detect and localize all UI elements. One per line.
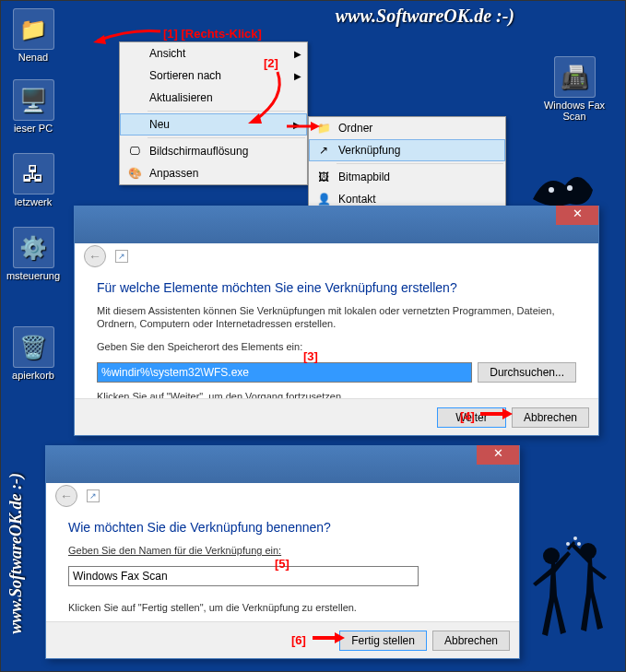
titlebar[interactable]: ✕ ← ↗ Verknüpfung erstellen <box>46 446 519 483</box>
menu-separator <box>337 163 503 164</box>
svg-marker-3 <box>248 113 262 124</box>
back-button[interactable]: ← <box>55 485 77 507</box>
folder-icon: 📁 <box>13 8 54 50</box>
dialog-footer: Fertig stellen Abbrechen <box>46 621 519 658</box>
desktop-icon-fax[interactable]: 📠 Windows Fax Scan <box>542 56 607 122</box>
create-shortcut-wizard-step1: ✕ ← ↗ Verknüpfung erstellen Für welche E… <box>74 206 599 436</box>
contact-icon: 👤 <box>314 192 333 206</box>
desktop-icon-recycle[interactable]: 🗑️ apierkorb <box>1 326 65 381</box>
name-input[interactable] <box>68 566 419 586</box>
computer-icon: 🖥️ <box>13 79 54 121</box>
icon-label: ieser PC <box>14 123 53 134</box>
menu-label: Bitmapbild <box>338 171 390 183</box>
submenu-item-shortcut[interactable]: ↗ Verknüpfung <box>309 139 505 161</box>
watermark-top: www.SoftwareOK.de :-) <box>336 6 514 27</box>
monitor-icon: 🖵 <box>125 144 144 159</box>
submenu-item-folder[interactable]: 📁 Ordner <box>309 117 505 139</box>
dialog-body: Für welche Elemente möchten Sie eine Ver… <box>75 273 598 398</box>
icon-label: Nenad <box>18 52 48 63</box>
new-submenu: 📁 Ordner ↗ Verknüpfung 🖼 Bitmapbild 👤 Ko… <box>308 116 506 211</box>
cancel-button[interactable]: Abbrechen <box>512 407 589 428</box>
annotation-1: [1] [Rechts-Klick] <box>163 27 262 41</box>
control-panel-icon: ⚙️ <box>13 227 54 268</box>
menu-item-resolution[interactable]: 🖵 Bildschirmauflösung <box>120 140 307 162</box>
menu-item-view[interactable]: Ansicht ▶ <box>120 42 307 65</box>
icon-label: letzwerk <box>15 196 52 207</box>
menu-separator <box>148 137 305 138</box>
blank-icon <box>125 90 144 105</box>
menu-label: Aktualisieren <box>149 91 213 104</box>
back-button[interactable]: ← <box>84 245 106 267</box>
blank-icon <box>125 117 144 132</box>
blank-icon <box>125 46 144 61</box>
chevron-right-icon: ▶ <box>294 49 301 59</box>
arrow-1 <box>93 29 160 45</box>
svg-marker-9 <box>335 632 345 643</box>
dialog-footer: Weiter Abbrechen <box>75 398 598 435</box>
desktop-icon-nenad[interactable]: 📁 Nenad <box>1 8 65 63</box>
finish-button[interactable]: Fertig stellen <box>339 631 427 651</box>
svg-point-15 <box>577 542 581 546</box>
svg-marker-5 <box>311 122 320 131</box>
dialog-heading: Für welche Elemente möchten Sie eine Ver… <box>97 280 576 295</box>
menu-item-personalize[interactable]: 🎨 Anpassen <box>120 162 307 184</box>
browse-button[interactable]: Durchsuchen... <box>478 362 576 383</box>
bitmap-icon: 🖼 <box>314 170 333 184</box>
icon-label: Windows Fax Scan <box>544 100 605 122</box>
shortcut-wizard-icon: ↗ <box>115 250 128 263</box>
svg-marker-7 <box>502 408 513 419</box>
svg-marker-2 <box>93 35 106 44</box>
network-icon: 🖧 <box>13 153 54 195</box>
titlebar[interactable]: ✕ ← ↗ Verknüpfung erstellen <box>75 206 598 243</box>
dialog-title: Verknüpfung erstellen <box>109 489 216 502</box>
shortcut-wizard-icon: ↗ <box>87 489 100 502</box>
menu-label: Kontakt <box>338 193 376 206</box>
menu-label: Anpassen <box>149 167 198 180</box>
menu-label: Bildschirmauflösung <box>149 145 248 158</box>
menu-label: Neu <box>149 118 170 131</box>
desktop-icon-control[interactable]: ⚙️ msteuerung <box>1 227 65 281</box>
arrow-2b <box>287 121 320 132</box>
recycle-bin-icon: 🗑️ <box>13 326 54 368</box>
menu-label: Ansicht <box>149 47 185 60</box>
blank-icon <box>125 68 144 83</box>
svg-point-10 <box>543 548 560 564</box>
create-shortcut-wizard-step2: ✕ ← ↗ Verknüpfung erstellen Wie möchten … <box>45 445 520 659</box>
fax-icon: 📠 <box>554 56 596 98</box>
annotation-2: [2] <box>264 56 278 70</box>
svg-point-0 <box>549 187 554 193</box>
icon-label: msteuerung <box>6 270 60 281</box>
annotation-4: [4] <box>460 409 475 423</box>
annotation-3: [3] <box>303 349 318 363</box>
dialog-hint: Klicken Sie auf "Fertig stellen", um die… <box>68 601 497 614</box>
close-button[interactable]: ✕ <box>556 206 598 225</box>
svg-point-14 <box>573 536 577 540</box>
menu-label: Sortieren nach <box>149 69 221 82</box>
menu-label: Verknüpfung <box>338 144 400 157</box>
desktop-icon-network[interactable]: 🖧 letzwerk <box>1 153 65 207</box>
submenu-item-bitmap[interactable]: 🖼 Bitmapbild <box>309 166 505 188</box>
annotation-6: [6] <box>291 633 306 647</box>
dancer-decoration <box>524 533 616 662</box>
arrow-2 <box>245 70 291 125</box>
input-label: Geben Sie den Namen für die Verknüpfung … <box>68 544 497 557</box>
chevron-right-icon: ▶ <box>294 71 301 81</box>
close-button[interactable]: ✕ <box>477 445 519 465</box>
dialog-description: Mit diesem Assistenten können Sie Verknü… <box>97 304 576 331</box>
icon-label: apierkorb <box>12 370 54 381</box>
shortcut-icon: ↗ <box>314 143 333 158</box>
location-input[interactable] <box>97 362 472 383</box>
input-label: Geben Sie den Speicherort des Elements e… <box>97 340 576 353</box>
personalize-icon: 🎨 <box>125 166 144 181</box>
svg-point-1 <box>567 185 573 191</box>
cancel-button[interactable]: Abbrechen <box>432 631 510 651</box>
watermark-left: www.SoftwareOK.de :-) <box>6 473 26 634</box>
menu-label: Ordner <box>338 122 372 135</box>
annotation-5: [5] <box>275 557 289 571</box>
dialog-heading: Wie möchten Sie die Verknüpfung benennen… <box>68 520 497 535</box>
arrow-4 <box>480 407 513 421</box>
desktop-icon-pc[interactable]: 🖥️ ieser PC <box>1 79 65 134</box>
svg-point-13 <box>566 542 570 546</box>
arrow-6 <box>313 631 345 645</box>
dialog-title: Verknüpfung erstellen <box>137 250 244 263</box>
